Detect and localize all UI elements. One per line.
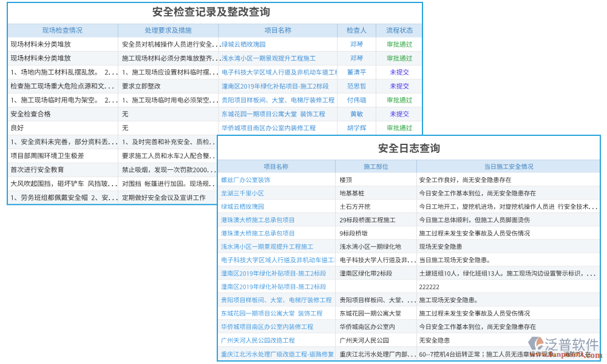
svg-text:www.fanpusoft.com: www.fanpusoft.com [530,349,603,360]
